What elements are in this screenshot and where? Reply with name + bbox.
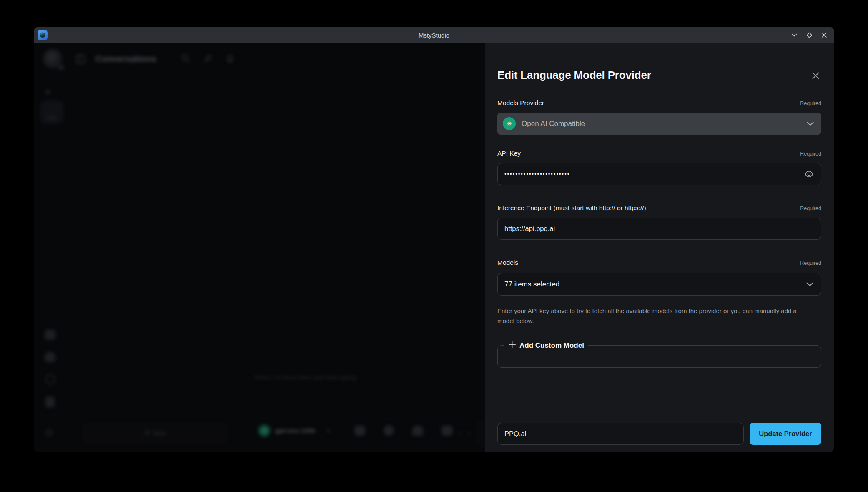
api-key-field-wrap bbox=[497, 163, 821, 185]
app-background: Conversations ♥ bbox=[34, 43, 485, 452]
add-custom-model-section[interactable]: Add Custom Model bbox=[497, 341, 821, 368]
endpoint-required-badge: Required bbox=[800, 206, 821, 211]
window-title: MstyStudio bbox=[34, 32, 834, 39]
plus-icon bbox=[509, 341, 516, 350]
provider-required-badge: Required bbox=[800, 100, 821, 106]
modal-dim-overlay bbox=[34, 43, 485, 452]
app-logo-icon bbox=[38, 30, 48, 40]
endpoint-label: Inference Endpoint (must start with http… bbox=[497, 204, 646, 212]
chevron-down-icon bbox=[806, 281, 813, 288]
models-label: Models bbox=[497, 259, 518, 266]
titlebar: MstyStudio bbox=[34, 27, 834, 43]
minimize-icon[interactable] bbox=[789, 30, 800, 40]
models-selected-count: 77 items selected bbox=[504, 280, 559, 289]
endpoint-field-wrap bbox=[497, 218, 821, 240]
api-key-label: API Key bbox=[497, 150, 521, 157]
app-window: MstyStudio Conversati bbox=[34, 27, 834, 452]
reveal-key-eye-icon[interactable] bbox=[803, 169, 814, 180]
provider-label: Models Provider bbox=[497, 99, 544, 107]
models-multiselect[interactable]: 77 items selected bbox=[497, 273, 821, 296]
provider-name-input[interactable] bbox=[504, 430, 737, 438]
update-provider-button[interactable]: Update Provider bbox=[750, 423, 821, 445]
window-controls bbox=[789, 27, 830, 43]
edit-provider-panel: Edit Language Model Provider Models Prov… bbox=[485, 43, 834, 452]
close-window-icon[interactable] bbox=[819, 30, 830, 40]
api-key-input[interactable] bbox=[504, 171, 803, 177]
close-panel-icon[interactable] bbox=[810, 70, 821, 81]
panel-footer: Update Provider bbox=[497, 423, 821, 445]
screen: MstyStudio Conversati bbox=[0, 0, 868, 492]
provider-name-field-wrap bbox=[497, 423, 744, 445]
models-required-badge: Required bbox=[800, 260, 821, 266]
panel-title: Edit Language Model Provider bbox=[497, 69, 651, 82]
endpoint-input[interactable] bbox=[504, 225, 814, 233]
provider-select[interactable]: ✳ Open AI Compatible bbox=[497, 113, 821, 135]
add-custom-model-label: Add Custom Model bbox=[519, 341, 584, 350]
openai-logo-icon: ✳ bbox=[503, 117, 516, 130]
add-custom-model-legend[interactable]: Add Custom Model bbox=[504, 341, 588, 350]
chevron-down-icon bbox=[807, 120, 814, 128]
provider-select-value: Open AI Compatible bbox=[522, 120, 585, 128]
models-helper-text: Enter your API key above to try to fetch… bbox=[497, 306, 814, 326]
api-key-required-badge: Required bbox=[800, 151, 821, 157]
maximize-icon[interactable] bbox=[804, 30, 815, 40]
